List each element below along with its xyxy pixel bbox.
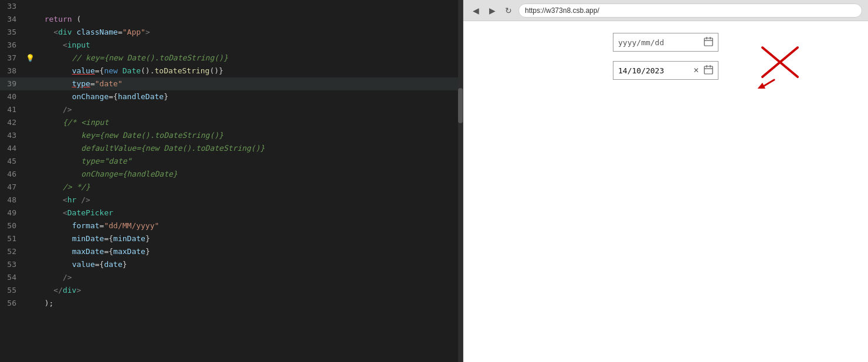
code-line-41: 41 /> — [0, 103, 463, 116]
code-line-44: 44 defaultValue={new Date().toDateString… — [0, 142, 463, 155]
code-line-38: 38 value={new Date().toDateString()} — [0, 65, 463, 77]
code-line-45: 45 type="date" — [0, 155, 463, 168]
code-line-39: 39 type="date" — [0, 77, 463, 90]
code-line-42: 42 {/* <input — [0, 116, 463, 129]
browser-content: yyyy/mm/dd 14/10/2023 ✕ — [463, 21, 868, 362]
code-line-36: 36 <input — [0, 39, 463, 52]
calendar-icon-2[interactable] — [704, 65, 713, 76]
code-line-56: 56 ); — [0, 297, 463, 310]
code-line-53: 53 value={date} — [0, 258, 463, 271]
browser-toolbar: ◀ ▶ ↻ https://w373n8.csb.app/ — [463, 0, 868, 21]
code-line-35: 35 <div className="App"> — [0, 26, 463, 39]
svg-rect-4 — [704, 66, 713, 74]
code-line-34: 34 return ( — [0, 13, 463, 26]
code-line-40: 40 onChange={handleDate} — [0, 90, 463, 103]
code-line-55: 55 </div> — [0, 284, 463, 297]
red-x-annotation — [757, 42, 803, 91]
editor-scrollbar-thumb[interactable] — [458, 88, 463, 123]
date-value-text: 14/10/2023 — [618, 66, 691, 75]
date-input-native[interactable]: yyyy/mm/dd — [613, 33, 718, 52]
browser-address-bar[interactable]: https://w373n8.csb.app/ — [518, 4, 862, 18]
code-line-50: 50 format="dd/MM/yyyy" — [0, 219, 463, 232]
calendar-icon-1[interactable] — [704, 37, 713, 48]
browser-forward-button[interactable]: ▶ — [486, 4, 499, 17]
code-line-49: 49 <DatePicker — [0, 207, 463, 219]
date-clear-button[interactable]: ✕ — [693, 66, 699, 75]
browser-reload-button[interactable]: ↻ — [502, 4, 515, 17]
code-line-48: 48 <hr /> — [0, 194, 463, 207]
browser-panel: ◀ ▶ ↻ https://w373n8.csb.app/ yyyy/mm/dd — [463, 0, 868, 362]
browser-back-button[interactable]: ◀ — [469, 4, 482, 17]
date-placeholder-text: yyyy/mm/dd — [618, 38, 700, 47]
hint-icon-37: 💡 — [25, 52, 35, 65]
browser-url: https://w373n8.csb.app/ — [525, 6, 599, 15]
editor-scrollbar[interactable] — [458, 0, 463, 362]
code-line-46: 46 onChange={handleDate} — [0, 168, 463, 181]
code-line-33: 33 — [0, 0, 463, 13]
code-line-43: 43 key={new Date().toDateString()} — [0, 129, 463, 142]
svg-rect-0 — [704, 38, 713, 46]
code-line-37: 37 💡 // key={new Date().toDateString()} — [0, 52, 463, 65]
code-editor: 33 34 return ( 35 <div className="App"> … — [0, 0, 463, 362]
code-lines: 33 34 return ( 35 <div className="App"> … — [0, 0, 463, 362]
code-line-54: 54 /> — [0, 271, 463, 284]
date-input-with-value[interactable]: 14/10/2023 ✕ — [613, 61, 718, 80]
code-line-52: 52 maxDate={maxDate} — [0, 245, 463, 258]
code-line-51: 51 minDate={minDate} — [0, 232, 463, 245]
code-line-47: 47 /> */} — [0, 181, 463, 194]
